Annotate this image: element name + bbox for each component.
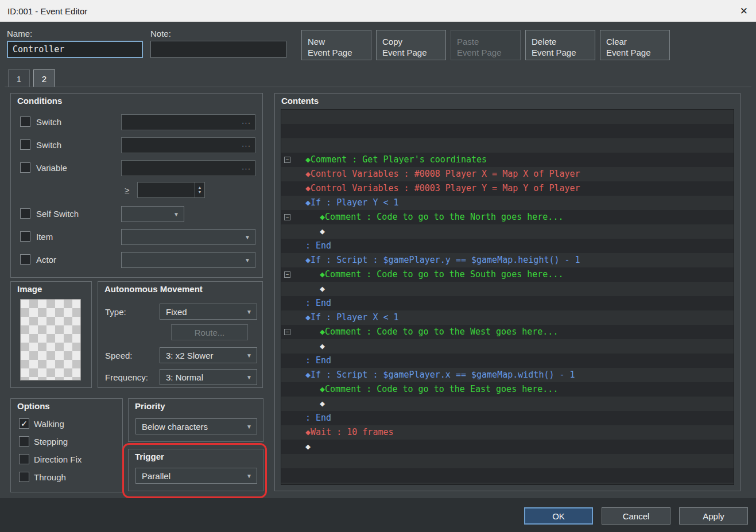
- options-group: Options ✓ Walking Stepping Direction Fix…: [10, 398, 123, 492]
- event-command-list[interactable]: − ◆Comment : Get Player's coordinates − …: [281, 109, 734, 485]
- event-editor-window: ID:001 - Event Editor ✕ Name: Controller…: [0, 0, 756, 532]
- walking-checkbox[interactable]: ✓: [19, 418, 29, 429]
- trigger-group: Trigger Parallel ▼: [128, 449, 263, 491]
- chevron-down-icon: ▼: [245, 234, 250, 240]
- event-command-row[interactable]: − ◆Comment : Code to go to the South goe…: [281, 224, 734, 239]
- stepping-checkbox[interactable]: [19, 436, 29, 446]
- tab-page-1[interactable]: 1: [8, 69, 30, 87]
- close-icon[interactable]: ✕: [740, 5, 748, 17]
- event-command-row[interactable]: − ◆: [281, 296, 734, 310]
- variable-field[interactable]: ···: [121, 160, 255, 176]
- copy-event-page-button[interactable]: Copy Event Page: [376, 30, 446, 60]
- collapse-icon[interactable]: −: [284, 214, 290, 220]
- dropdown-value: Parallel: [142, 471, 170, 481]
- item-checkbox[interactable]: [20, 231, 30, 242]
- ellipsis-button[interactable]: ···: [242, 141, 251, 150]
- switch1-checkbox[interactable]: [20, 117, 30, 127]
- spinner-arrows-icon[interactable]: ▲▼: [195, 182, 204, 197]
- event-command-row[interactable]: − : End: [281, 253, 734, 267]
- actor-checkbox[interactable]: [20, 254, 30, 265]
- chevron-down-icon: ▼: [245, 257, 250, 263]
- options-title: Options: [17, 401, 50, 411]
- actor-label: Actor: [36, 255, 56, 265]
- item-dropdown[interactable]: ▼: [121, 229, 255, 245]
- button-label: Clear: [606, 36, 669, 47]
- paste-event-page-button[interactable]: Paste Event Page: [451, 30, 521, 60]
- collapse-icon[interactable]: −: [284, 271, 290, 278]
- self-switch-dropdown[interactable]: ▼: [121, 206, 184, 222]
- cancel-button[interactable]: Cancel: [602, 507, 670, 525]
- gte-symbol: ≥: [125, 185, 129, 195]
- through-checkbox[interactable]: [19, 472, 29, 482]
- clear-event-page-button[interactable]: Clear Event Page: [600, 30, 670, 60]
- event-command-row[interactable]: − ◆Control Variables : #0008 Player X = …: [281, 124, 734, 138]
- event-command-row[interactable]: − ◆Comment : Get Player's coordinates: [281, 110, 734, 124]
- name-input[interactable]: Controller: [7, 41, 143, 58]
- event-command-row[interactable]: − ◆If : Script : $gamePlayer.x == $gameM…: [281, 325, 734, 339]
- apply-button[interactable]: Apply: [679, 507, 748, 525]
- button-label: Event Page: [382, 47, 445, 58]
- switch1-field[interactable]: ···: [121, 114, 255, 130]
- switch2-field[interactable]: ···: [121, 137, 255, 153]
- new-event-page-button[interactable]: New Event Page: [301, 30, 371, 60]
- dialog-body: Name: Controller Note: New Event Page Co…: [0, 22, 756, 532]
- threshold-value: [138, 182, 142, 193]
- actor-dropdown[interactable]: ▼: [121, 252, 255, 268]
- movement-type-dropdown[interactable]: Fixed ▼: [160, 304, 257, 320]
- collapse-icon[interactable]: −: [284, 157, 290, 163]
- variable-threshold-spinner[interactable]: ▲▼: [137, 182, 205, 198]
- switch2-checkbox[interactable]: [20, 139, 30, 150]
- tab-page-2[interactable]: 2: [33, 69, 55, 87]
- variable-checkbox[interactable]: [20, 162, 30, 173]
- button-label: Delete: [532, 36, 595, 47]
- event-command-row[interactable]: − : End: [281, 196, 734, 210]
- event-command-row[interactable]: − ◆If : Player Y < 1: [281, 153, 734, 167]
- event-command-row[interactable]: − : End: [281, 368, 734, 382]
- name-value: Controller: [13, 44, 64, 55]
- image-group: Image: [10, 281, 92, 388]
- image-title: Image: [17, 284, 42, 294]
- event-command-row[interactable]: − ◆: [281, 181, 734, 196]
- direction-fix-checkbox[interactable]: [19, 454, 29, 464]
- button-label: Event Page: [532, 47, 595, 58]
- walking-label: Walking: [34, 419, 64, 429]
- trigger-dropdown[interactable]: Parallel ▼: [135, 468, 257, 484]
- event-command-row[interactable]: − ◆: [281, 397, 734, 411]
- conditions-title: Conditions: [17, 96, 62, 106]
- event-command-row[interactable]: − ◆Control Variables : #0003 Player Y = …: [281, 138, 734, 153]
- event-image-picker[interactable]: [20, 299, 81, 380]
- movement-speed-dropdown[interactable]: 3: x2 Slower ▼: [160, 347, 257, 363]
- priority-dropdown[interactable]: Below characters ▼: [135, 418, 257, 434]
- event-command-row[interactable]: − ◆If : Player X < 1: [281, 267, 734, 282]
- ok-button[interactable]: OK: [524, 507, 593, 525]
- self-switch-checkbox[interactable]: [20, 208, 30, 219]
- button-label: Event Page: [308, 47, 371, 58]
- ellipsis-button[interactable]: ···: [242, 118, 251, 127]
- event-command-row[interactable]: − ◆Comment : Code to go to the East goes…: [281, 339, 734, 354]
- tab-separator: [5, 87, 751, 87]
- event-command-row[interactable]: − ◆: [281, 354, 734, 368]
- frequency-label: Frequency:: [105, 372, 148, 382]
- event-command-row[interactable]: − ◆: [281, 239, 734, 253]
- self-switch-label: Self Switch: [36, 209, 79, 219]
- event-command-row[interactable]: − ◆Comment : Code to go to the West goes…: [281, 282, 734, 296]
- movement-frequency-dropdown[interactable]: 3: Normal ▼: [160, 369, 257, 385]
- ellipsis-button[interactable]: ···: [242, 164, 251, 173]
- route-button[interactable]: Route...: [171, 324, 248, 340]
- event-command-row[interactable]: − ◆If : Script : $gamePlayer.y == $gameM…: [281, 210, 734, 224]
- collapse-icon[interactable]: −: [284, 329, 290, 335]
- delete-event-page-button[interactable]: Delete Event Page: [525, 30, 595, 60]
- event-command-row[interactable]: − ◆Wait : 10 frames: [281, 382, 734, 397]
- autonomous-movement-group: Autonomous Movement Type: Fixed ▼ Route.…: [98, 281, 263, 388]
- button-label: Event Page: [606, 47, 669, 58]
- note-input[interactable]: [150, 41, 286, 58]
- type-label: Type:: [105, 307, 126, 317]
- through-label: Through: [34, 472, 66, 482]
- conditions-group: Conditions Switch ··· Switch ··· Variabl…: [10, 93, 263, 278]
- button-label: Event Page: [457, 47, 520, 58]
- note-label: Note:: [150, 29, 171, 38]
- name-label: Name:: [7, 29, 32, 38]
- event-command-row[interactable]: − : End: [281, 310, 734, 325]
- dropdown-value: Fixed: [166, 307, 187, 317]
- event-command-row[interactable]: − ◆Comment : Code to go to the North goe…: [281, 167, 734, 181]
